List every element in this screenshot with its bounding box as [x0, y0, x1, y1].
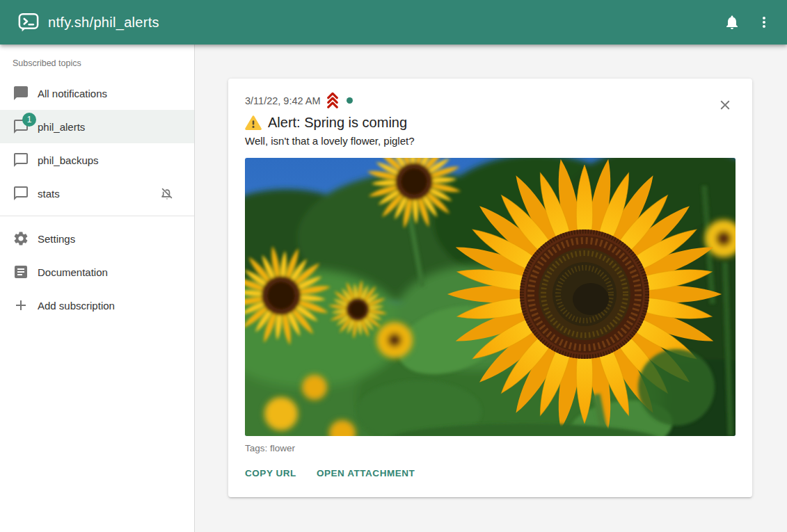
sidebar-item-documentation[interactable]: Documentation	[0, 255, 194, 289]
notification-card: 3/11/22, 9:42 AM	[228, 79, 752, 497]
sidebar-item-phil-alerts[interactable]: 1 phil_alerts	[0, 110, 194, 143]
chat-bubble-outline-icon	[13, 152, 29, 168]
sidebar-item-label: Add subscription	[38, 300, 173, 312]
sidebar-item-label: phil_backups	[38, 154, 173, 166]
notification-title-row: Alert: Spring is coming	[245, 115, 736, 131]
subscribed-topics-label: Subscribed topics	[0, 56, 194, 76]
unread-count-badge: 1	[22, 113, 36, 127]
bell-off-icon	[159, 186, 175, 201]
notification-actions: COPY URL OPEN ATTACHMENT	[245, 462, 736, 490]
kebab-menu-icon	[756, 14, 772, 31]
sidebar-item-all-notifications[interactable]: All notifications	[0, 76, 194, 110]
notification-title: Alert: Spring is coming	[268, 115, 407, 131]
notification-timestamp: 3/11/22, 9:42 AM	[245, 95, 321, 106]
attachment-image[interactable]	[245, 158, 736, 436]
unread-dot	[347, 97, 353, 104]
bell-icon	[724, 14, 740, 31]
article-icon	[13, 264, 29, 280]
sidebar-item-stats[interactable]: stats	[0, 177, 194, 210]
close-icon	[717, 97, 733, 115]
overflow-menu-button[interactable]	[748, 6, 780, 38]
notification-body: Well, isn't that a lovely flower, piglet…	[245, 135, 736, 147]
sidebar-item-settings[interactable]: Settings	[0, 222, 194, 255]
app-bar: ntfy.sh/phil_alerts	[0, 0, 787, 45]
sidebar: Subscribed topics All notifications 1 ph…	[0, 45, 195, 532]
open-attachment-button[interactable]: OPEN ATTACHMENT	[317, 462, 415, 485]
plus-icon	[13, 297, 29, 314]
gear-icon	[13, 230, 29, 247]
ntfy-terminal-logo-icon	[18, 12, 39, 33]
close-notification-button[interactable]	[715, 95, 736, 116]
main-content: 3/11/22, 9:42 AM	[195, 45, 787, 532]
warning-emoji-icon	[245, 115, 262, 131]
notifications-bell-button[interactable]	[716, 6, 748, 38]
sidebar-item-label: Settings	[38, 233, 173, 245]
triple-chevron-up-icon	[324, 92, 341, 108]
sidebar-item-label: All notifications	[38, 88, 173, 99]
copy-url-button[interactable]: COPY URL	[245, 462, 296, 485]
chat-bubble-filled-icon	[13, 85, 29, 102]
chat-bubble-outline-icon: 1	[13, 118, 29, 135]
sidebar-item-label: Documentation	[38, 266, 173, 278]
sidebar-divider	[0, 216, 194, 216]
sidebar-item-label: stats	[38, 188, 173, 200]
app-title: ntfy.sh/phil_alerts	[48, 15, 716, 31]
notification-tags: Tags: flower	[245, 443, 736, 453]
sidebar-item-phil-backups[interactable]: phil_backups	[0, 143, 194, 177]
notification-meta: 3/11/22, 9:42 AM	[245, 92, 736, 108]
sidebar-item-add-subscription[interactable]: Add subscription	[0, 289, 194, 322]
sidebar-item-label: phil_alerts	[38, 121, 173, 133]
chat-bubble-outline-icon	[13, 185, 29, 202]
